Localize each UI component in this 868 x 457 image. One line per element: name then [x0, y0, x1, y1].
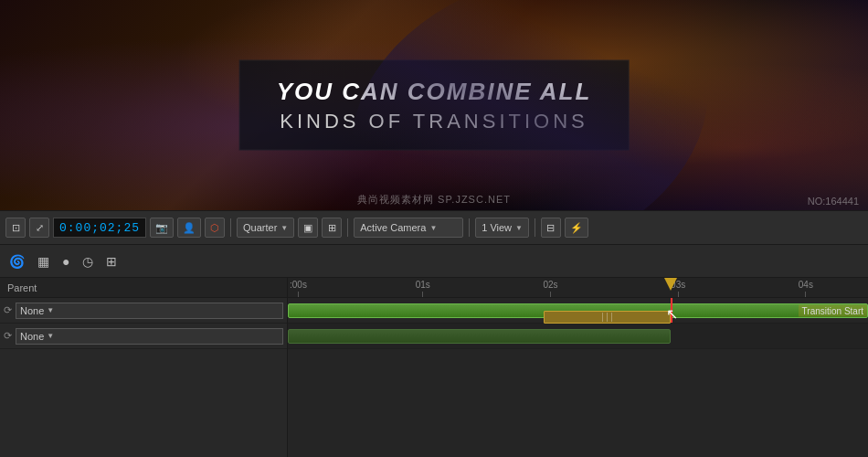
- separator-3: [469, 218, 470, 237]
- layer2-icon[interactable]: ⟳: [4, 330, 12, 342]
- overlay-line2: KINDS OF TRANSITIONS: [277, 110, 592, 133]
- mini-thumb-1: [544, 311, 671, 324]
- ruler-label-0s: :00s: [290, 280, 307, 290]
- quality-label: Quarter: [243, 222, 277, 233]
- transition-start-label: Transition Start: [799, 305, 867, 317]
- timeline-layers-icon[interactable]: ⊞: [102, 252, 121, 271]
- layer-panel: Parent ⟳ None ▼ ⟳ None ▼: [0, 278, 288, 457]
- layout-btn1[interactable]: ⊟: [541, 218, 561, 238]
- camera-snapshot-button[interactable]: 📷: [150, 218, 174, 238]
- timeline-main: Parent ⟳ None ▼ ⟳ None ▼: [0, 278, 868, 457]
- ruler-mark-2s: 02s: [543, 280, 557, 297]
- fit-to-frame-button[interactable]: ⊡: [5, 218, 26, 238]
- camera-dropdown[interactable]: Active Camera ▼: [354, 218, 463, 238]
- control-toolbar: ⊡ ⤢ 0:00;02;25 📷 👤 ⬡ Quarter ▼ ▣ ⊞ Activ…: [0, 210, 868, 245]
- text-overlay: YOU CAN COMBINE ALL KINDS OF TRANSITIONS: [239, 60, 630, 151]
- ruler-tick-4s: [805, 292, 806, 297]
- layer2-arrow-icon: ▼: [47, 332, 54, 340]
- track-area: :00s 01s 02s 03s 04s: [288, 278, 868, 457]
- thumb-line-1: [602, 313, 603, 322]
- film-button[interactable]: ▣: [298, 218, 318, 238]
- separator-2: [347, 218, 348, 237]
- layer-row-2: ⟳ None ▼: [0, 324, 287, 349]
- camera-arrow-icon: ▼: [429, 224, 437, 232]
- ruler-label-1s: 01s: [416, 280, 430, 290]
- layer-row-1: ⟳ None ▼: [0, 298, 287, 324]
- timecode-display[interactable]: 0:00;02;25: [53, 218, 146, 238]
- track-green-bar[interactable]: Transition Start: [288, 303, 868, 318]
- layer1-value: None: [20, 305, 44, 316]
- track-row-1: Transition Start ↖: [288, 298, 868, 324]
- watermark-center: 典尚视频素材网 SP.JZSC.NET: [357, 193, 511, 207]
- watermark-no: NO:164441: [808, 196, 859, 207]
- timeline-spiral-icon[interactable]: 🌀: [5, 252, 28, 271]
- quality-dropdown[interactable]: Quarter ▼: [237, 218, 294, 238]
- ruler-tick-1s: [422, 292, 423, 297]
- quality-arrow-icon: ▼: [281, 224, 288, 232]
- thumb-line-3: [611, 313, 612, 322]
- preview-area: YOU CAN COMBINE ALL KINDS OF TRANSITIONS…: [0, 0, 868, 210]
- parent-column-label: Parent: [7, 282, 37, 293]
- view-dropdown[interactable]: 1 View ▼: [475, 218, 529, 238]
- track-row-2: [288, 324, 868, 349]
- timeline-grid-icon[interactable]: ▦: [34, 252, 53, 271]
- ruler-tick-0s: [298, 292, 299, 297]
- view-arrow-icon: ▼: [515, 224, 523, 232]
- ruler-mark-0s: :00s: [290, 280, 307, 297]
- playhead-triangle: [664, 278, 677, 291]
- view-label: 1 View: [482, 222, 512, 233]
- timeline-ruler: :00s 01s 02s 03s 04s: [288, 278, 868, 298]
- ruler-label-2s: 02s: [543, 280, 557, 290]
- tracks-container: Transition Start ↖: [288, 298, 868, 457]
- timeline-clock-icon[interactable]: ◷: [79, 252, 97, 271]
- color-button[interactable]: ⬡: [205, 218, 225, 238]
- expand-button[interactable]: ⤢: [29, 218, 49, 238]
- person-button[interactable]: 👤: [177, 218, 201, 238]
- layer1-dropdown[interactable]: None ▼: [16, 303, 283, 319]
- fast-forward-button[interactable]: ⚡: [565, 218, 588, 238]
- ruler-tick-2s: [550, 292, 551, 297]
- track-green-bar-2[interactable]: [288, 329, 671, 344]
- thumb-line-2: [607, 313, 608, 322]
- timeline-circle-icon[interactable]: ●: [58, 252, 73, 271]
- separator-4: [535, 218, 535, 237]
- layer2-dropdown[interactable]: None ▼: [16, 328, 283, 345]
- grid-button[interactable]: ⊞: [322, 218, 342, 238]
- camera-label: Active Camera: [360, 222, 426, 233]
- layer1-icon[interactable]: ⟳: [4, 304, 12, 316]
- ruler-mark-4s: 04s: [799, 280, 813, 297]
- ruler-label-4s: 04s: [799, 280, 813, 290]
- ruler-mark-1s: 01s: [416, 280, 430, 297]
- playhead-line: [671, 298, 672, 323]
- overlay-line1: YOU CAN COMBINE ALL: [277, 78, 592, 106]
- layer1-arrow-icon: ▼: [47, 306, 54, 314]
- timeline-panel: 🌀 ▦ ● ◷ ⊞ Parent ⟳ None ▼ ⟳ None ▼: [0, 245, 868, 457]
- layer-header: Parent: [0, 278, 287, 298]
- timeline-toolbar: 🌀 ▦ ● ◷ ⊞: [0, 245, 868, 278]
- ruler-tick-3s: [678, 292, 679, 297]
- layer2-value: None: [20, 331, 44, 342]
- separator-1: [230, 218, 231, 237]
